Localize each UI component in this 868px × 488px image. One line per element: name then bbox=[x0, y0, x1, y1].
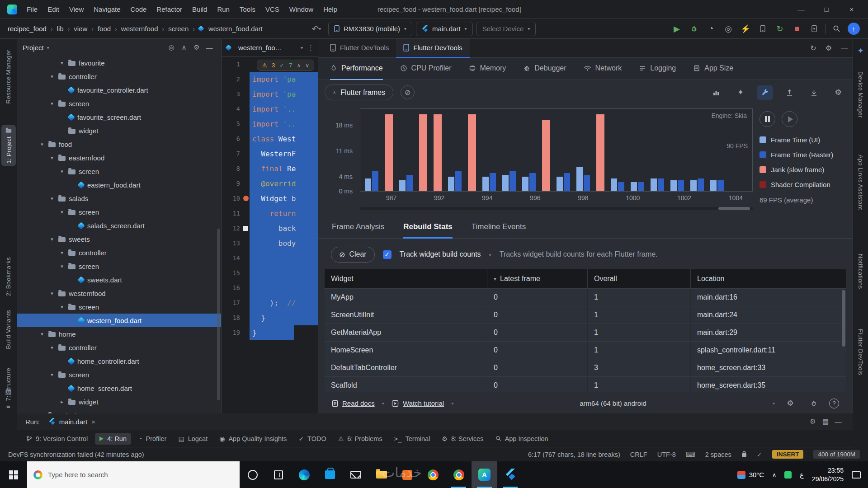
breadcrumb-item-food[interactable]: food bbox=[96, 25, 112, 33]
gemini-icon[interactable]: ✦ bbox=[853, 43, 868, 58]
devtools-tab-logging[interactable]: Logging bbox=[639, 58, 676, 80]
devtools-tab-performance[interactable]: Performance bbox=[330, 58, 383, 80]
start-button[interactable] bbox=[0, 461, 27, 488]
devtools-footer-settings-icon[interactable]: ⚙ bbox=[782, 396, 798, 411]
tree-item-sweets[interactable]: ▾sweets bbox=[17, 232, 221, 246]
tray-app-icon[interactable] bbox=[784, 471, 792, 479]
action-center-icon[interactable] bbox=[852, 471, 861, 479]
editor-line[interactable]: 8 final Re bbox=[222, 161, 318, 176]
frame-bar-group[interactable] bbox=[670, 180, 684, 191]
file-encoding[interactable]: UTF-8 bbox=[657, 451, 676, 458]
tool-window-button-todo[interactable]: ✓TODO bbox=[294, 433, 330, 445]
editor-line[interactable]: 19} bbox=[222, 325, 318, 340]
read-docs-link[interactable]: Read docs bbox=[332, 399, 375, 407]
frame-bar-group[interactable] bbox=[690, 178, 704, 191]
run-tab-main-dart[interactable]: main.dart × bbox=[46, 413, 98, 430]
frame-bar-group[interactable] bbox=[576, 167, 590, 191]
devtools-tab-debugger[interactable]: Debugger bbox=[523, 58, 566, 80]
menu-item-refactor[interactable]: Refactor bbox=[151, 0, 187, 19]
tree-item-salads[interactable]: ▾salads bbox=[17, 192, 221, 205]
menu-item-build[interactable]: Build bbox=[187, 0, 212, 19]
frame-bar-group[interactable] bbox=[522, 173, 536, 192]
tree-item-screen[interactable]: ▾screen bbox=[17, 368, 221, 381]
editor-line[interactable]: 2import 'pa bbox=[222, 72, 318, 87]
tool-stripe-2-bookmarks[interactable]: 2: Bookmarks bbox=[0, 254, 17, 299]
editor-line[interactable]: 10 Widget b bbox=[222, 191, 318, 206]
block-icon[interactable]: ⊘ bbox=[401, 85, 415, 99]
editor-line[interactable]: 15 bbox=[222, 266, 318, 281]
editor-line[interactable]: 14 bbox=[222, 251, 318, 266]
editor-line[interactable]: 13 body bbox=[222, 236, 318, 251]
profiler-button[interactable]: ◔ bbox=[703, 21, 719, 37]
target-device-selector[interactable]: Select Device ▾ bbox=[476, 22, 536, 36]
tool-window-button-profiler[interactable]: ◔Profiler bbox=[134, 433, 171, 445]
file-explorer-button[interactable] bbox=[368, 461, 394, 488]
minimize-window-icon[interactable]: — bbox=[788, 0, 814, 19]
tree-item-controller[interactable]: ▾controller bbox=[17, 341, 221, 354]
screenshot-button[interactable] bbox=[806, 21, 822, 37]
chart-options-icon[interactable] bbox=[708, 85, 724, 100]
caret-position[interactable]: 6:17 (767 chars, 18 line breaks) bbox=[528, 451, 620, 458]
tree-item-controller[interactable]: ▾controller bbox=[17, 70, 221, 83]
close-tab-icon[interactable]: × bbox=[91, 418, 95, 426]
tree-item-sweets-dart[interactable]: sweets.dart bbox=[17, 273, 221, 286]
keyboard-icon[interactable]: ⌨ bbox=[686, 451, 695, 458]
table-row[interactable]: ScreenUtilInit01main.dart:24 bbox=[325, 306, 846, 324]
menu-item-file[interactable]: File bbox=[22, 0, 42, 19]
frame-bar-group[interactable] bbox=[399, 175, 413, 191]
menu-item-window[interactable]: Window bbox=[284, 0, 318, 19]
editor-line[interactable]: 17 ); // bbox=[222, 296, 318, 310]
tool-stripe-1-project[interactable]: 1: Project bbox=[1, 125, 16, 166]
editor-line[interactable]: 5import '.. bbox=[222, 117, 318, 131]
frame-bar-group[interactable] bbox=[596, 114, 604, 191]
ide-update-icon[interactable]: ↑ bbox=[845, 21, 862, 37]
tree-item-eastern-food-dart[interactable]: eastern_food.dart bbox=[17, 178, 221, 192]
editor-tab-western-food[interactable]: western_food.dart bbox=[238, 44, 285, 52]
column-header-latest-frame[interactable]: ▾Latest frame bbox=[487, 269, 588, 288]
locate-file-icon[interactable]: ◎ bbox=[165, 43, 178, 52]
pinned-app-button[interactable] bbox=[394, 461, 420, 488]
android-studio-taskbar-button[interactable]: A bbox=[472, 461, 497, 488]
layers-icon[interactable]: ▤ bbox=[5, 388, 11, 396]
tool-window-button-6-problems[interactable]: ⚠6: Problems bbox=[334, 433, 387, 445]
breadcrumb-item-screen[interactable]: screen bbox=[167, 25, 190, 33]
tool-stripe-flutter-devtools[interactable]: Flutter DevTools bbox=[853, 326, 868, 378]
tree-item-favourite[interactable]: ▾favourite bbox=[17, 56, 221, 70]
editor-options-kebab-icon[interactable]: ⋮ bbox=[307, 44, 314, 52]
flutter-app-button[interactable] bbox=[497, 461, 523, 488]
devtools-tab-cpu-profiler[interactable]: CPU Profiler bbox=[400, 58, 452, 80]
tree-item-screen[interactable]: ▾screen bbox=[17, 97, 221, 110]
prev-problem-icon[interactable]: ∧ bbox=[297, 62, 301, 69]
chart-scrollbar-thumb[interactable] bbox=[718, 207, 750, 210]
tree-item-western-food-dart[interactable]: western_food.dart bbox=[17, 314, 221, 327]
tree-item-screen[interactable]: ▾screen bbox=[17, 300, 221, 314]
tool-stripe-build-variants[interactable]: Build Variants bbox=[0, 307, 17, 352]
search-everywhere-icon[interactable] bbox=[828, 21, 844, 37]
tool-window-button-app-quality-insights[interactable]: ◉App Quality Insights bbox=[215, 433, 291, 445]
tree-item-salads-screen-dart[interactable]: salads_screen.dart bbox=[17, 219, 221, 232]
import-icon[interactable] bbox=[806, 85, 822, 100]
frame-bar-group[interactable] bbox=[651, 178, 664, 191]
passed-count[interactable]: 7 bbox=[289, 62, 292, 69]
indent-setting[interactable]: 2 spaces bbox=[705, 451, 731, 458]
tool-stripe-app-links-assistant[interactable]: App Links Assistant bbox=[853, 152, 868, 213]
devtools-tab-app-size[interactable]: App Size bbox=[693, 58, 733, 80]
frame-bar-group[interactable] bbox=[385, 114, 393, 191]
tool-window-button-9-version-control[interactable]: 9: Version Control bbox=[22, 433, 92, 445]
menu-item-view[interactable]: View bbox=[64, 0, 89, 19]
tree-item-favourite-controller-dart[interactable]: favourite_controller.dart bbox=[17, 83, 221, 97]
menu-item-navigate[interactable]: Navigate bbox=[89, 0, 125, 19]
enhance-tracing-icon[interactable]: ✦ bbox=[732, 85, 749, 100]
lock-icon[interactable] bbox=[741, 450, 747, 459]
clock[interactable]: 23:5529/06/2025 bbox=[812, 466, 844, 483]
track-builds-checkbox[interactable]: ✓ bbox=[383, 250, 392, 259]
frame-bar-group[interactable] bbox=[542, 120, 550, 191]
frame-bar-group[interactable] bbox=[502, 171, 516, 191]
device-selector[interactable]: RMX3830 (mobile) ▾ bbox=[328, 22, 412, 36]
frame-bar-group[interactable] bbox=[631, 182, 644, 191]
tool-window-button-logcat[interactable]: ▤Logcat bbox=[174, 433, 212, 445]
chrome-window-button[interactable] bbox=[446, 461, 472, 488]
menu-item-help[interactable]: Help bbox=[318, 0, 342, 19]
tree-item-splash[interactable]: ▾splash bbox=[17, 408, 221, 413]
menu-item-edit[interactable]: Edit bbox=[42, 0, 64, 19]
